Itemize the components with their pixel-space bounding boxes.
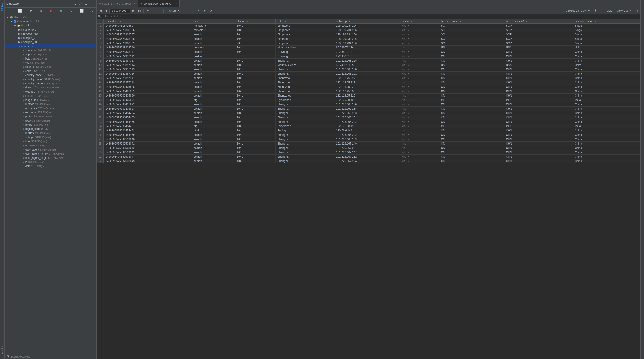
- tree-item-col-referer[interactable]: ≡ referer STRING(max): [4, 123, 96, 127]
- data-cell: 1041: [235, 28, 276, 32]
- toolbar-refresh-btn[interactable]: ↻: [145, 8, 150, 13]
- vertical-tab-favorites[interactable]: Favorites: [0, 344, 4, 357]
- sidebar-filter-btn[interactable]: ▽: [90, 8, 94, 13]
- tree-item-col-region_code[interactable]: ≡ region_code BIGINT(19): [4, 127, 96, 131]
- toolbar-next-btn[interactable]: ▶: [131, 8, 136, 13]
- data-cell: 1480895575528308737: [104, 32, 192, 37]
- tree-item-col-country_name[interactable]: ≡ country_name STRING(max): [4, 81, 96, 86]
- col-header-t_city[interactable]: t.city ▼: [276, 19, 334, 24]
- toolbar-remove-btn[interactable]: －: [157, 8, 162, 13]
- sidebar-sort-btn[interactable]: ⇅: [38, 8, 43, 13]
- toolbar-first-btn[interactable]: |◀: [98, 8, 102, 13]
- col-header-t_country_code3[interactable]: t.country_code3 ▼: [504, 19, 573, 24]
- toolbar-add-btn[interactable]: ＋: [151, 8, 156, 13]
- tree-item-col-device_family[interactable]: ≡ device_family STRING(max): [4, 86, 96, 90]
- data-cell: SG: [439, 41, 504, 46]
- tree-item-col-os_major[interactable]: ≡ os_major STRING(max): [4, 110, 96, 114]
- tree-item-col-user_agent_major[interactable]: ≡ user_agent_major STRING(max): [4, 156, 96, 160]
- tree-item-col-country_code[interactable]: ≡ country_code STRING(max): [4, 73, 96, 77]
- data-cell: CN: [439, 67, 504, 72]
- tree-item-col-subapp[interactable]: ≡ subapp STRING(max): [4, 135, 96, 139]
- col-header-t_bytes[interactable]: t.bytes ▼: [235, 19, 276, 24]
- sidebar-edit-btn[interactable]: ✎: [68, 8, 73, 13]
- col-header-t_country_name[interactable]: t.country_name ▼: [573, 19, 640, 24]
- view-query-button[interactable]: View Query: [614, 8, 634, 13]
- data-cell: 182.118.25.230: [334, 89, 400, 94]
- col-header-row[interactable]: [97, 19, 104, 24]
- sidebar-sync-btn[interactable]: ⇄: [78, 2, 83, 6]
- sidebar-add-btn[interactable]: ＋: [6, 8, 12, 13]
- data-cell: 128.199.234.236: [334, 24, 400, 28]
- tree-item-col-time[interactable]: ≡ time STRING(max): [4, 139, 96, 144]
- table-icon: ⊞: [20, 28, 22, 31]
- col-header-t_version[interactable]: t._version_ ▼: [104, 19, 192, 24]
- toolbar-stop-btn[interactable]: ■: [202, 8, 207, 13]
- tree-item-table-sample_07[interactable]: ▶ ⊞ sample_07: [4, 36, 96, 40]
- toolbar-prev-btn[interactable]: ◀: [104, 8, 108, 13]
- toolbar-transfer-btn[interactable]: ⇄: [208, 8, 213, 13]
- ddl-button[interactable]: DDL: [605, 9, 613, 13]
- tree-item-default[interactable]: ▼ 📁 default: [4, 24, 96, 28]
- tree-item-col-os_family[interactable]: ≡ os_family STRING(max): [4, 106, 96, 110]
- sidebar-refresh-btn[interactable]: ↻: [28, 8, 33, 13]
- sidebar-collapse-btn[interactable]: —: [90, 2, 94, 6]
- tree-item-col-user_agent[interactable]: ≡ user_agent STRING(max): [4, 148, 96, 152]
- tree-item-col-code[interactable]: ≡ code TINYINT(3): [4, 69, 96, 73]
- tree-item-col-longitude[interactable]: ≡ longitude FLOAT(7,7): [4, 98, 96, 102]
- table-label: hiveout_test: [23, 32, 38, 36]
- col-header-t_client_ip[interactable]: t.client_ip ▼: [334, 19, 400, 24]
- tab-sample07[interactable]: ⊞ default.sample_07 [Hive] ✕: [96, 0, 138, 7]
- col-header-t_app[interactable]: t.app ▼: [192, 19, 235, 24]
- row-number: 8: [97, 54, 104, 58]
- tree-item-col-protocol[interactable]: ≡ protocol STRING(max): [4, 114, 96, 118]
- toolbar-apply-btn[interactable]: ✓: [184, 8, 190, 13]
- null-cell: <null>: [400, 128, 439, 133]
- tree-item-col-country_code3[interactable]: ≡ country_code3 STRING(max): [4, 77, 96, 81]
- tree-item-col-date[interactable]: ≡ date STRING(max): [4, 164, 96, 168]
- tree-item-hive[interactable]: ▼ 🐝 Hive 1 of 3: [4, 15, 96, 19]
- tab-close-weblogs[interactable]: ✕: [175, 2, 177, 5]
- tree-item-col-id[interactable]: ≡ id STRING(max): [4, 160, 96, 164]
- sidebar-copy-btn[interactable]: ⬜: [17, 8, 23, 13]
- data-cell: Guiyang: [276, 50, 334, 54]
- tree-item-col-latitude[interactable]: ≡ latitude FLOAT(7,7): [4, 94, 96, 98]
- sidebar-globe-btn[interactable]: ⊕: [73, 2, 77, 6]
- tree-item-table-sample_08[interactable]: ▶ ⊞ sample_08: [4, 40, 96, 44]
- tree-item-col-request[interactable]: ≡ request STRING(max): [4, 131, 96, 135]
- tree-item-col-user_agent_family[interactable]: ≡ user_agent_family STRING(max): [4, 152, 96, 156]
- tree-item-col-app[interactable]: ≡ app STRING(max): [4, 52, 96, 56]
- sidebar-stop-btn[interactable]: ■: [49, 8, 53, 13]
- tree-item-table-web_logs[interactable]: ▼ ⊞ web_logs: [4, 44, 96, 48]
- tree-item-col-record[interactable]: ≡ record STRING(max): [4, 118, 96, 123]
- csv-dropdown[interactable]: Comma-...d (CSV) ▼: [564, 9, 592, 13]
- tree-item-col-_version_[interactable]: ≡ _version_ BIGINT(19): [4, 48, 96, 52]
- toolbar-last-btn[interactable]: ▶|: [137, 8, 142, 13]
- vertical-tab-database[interactable]: Database: [0, 0, 4, 14]
- tab-weblogs[interactable]: ⊞ default.web_logs [Hive] ✕: [138, 0, 180, 7]
- toolbar-columns-btn[interactable]: ≡: [599, 8, 604, 13]
- tree-item-table-customers[interactable]: ▶ ⊞ customers: [4, 28, 96, 32]
- sidebar-settings-btn[interactable]: ⚙: [84, 2, 88, 6]
- tree-item-col-city[interactable]: ≡ city STRING(max): [4, 61, 96, 65]
- sidebar-table-btn[interactable]: ⊞: [58, 8, 63, 13]
- tree-item-col-extension[interactable]: ≡ extension STRING(max): [4, 90, 96, 94]
- data-grid-container[interactable]: t._version_ ▼t.app ▼t.bytes ▼t.city ▼t.c…: [96, 19, 640, 359]
- tree-item-col-client_ip[interactable]: ≡ client_ip STRING(max): [4, 65, 96, 69]
- tab-close-sample07[interactable]: ✕: [134, 2, 136, 5]
- filter-bar: 🔍: [96, 14, 640, 19]
- toolbar-rollback-btn[interactable]: ✓: [190, 8, 195, 13]
- tree-item-col-method[interactable]: ≡ method STRING(max): [4, 102, 96, 106]
- toolbar-undo-btn[interactable]: ↶: [196, 8, 201, 13]
- tree-item-unnamed[interactable]: ▼ 🗄 <unnamed> 1 of 3: [4, 19, 96, 24]
- tree-item-col-url[interactable]: ≡ url STRING(max): [4, 144, 96, 148]
- data-cell: China: [573, 142, 640, 146]
- tree-item-table-hiveout_test[interactable]: ▶ ⊞ hiveout_test: [4, 32, 96, 36]
- col-header-t_code[interactable]: t.code ▼: [400, 19, 439, 24]
- sidebar-image-btn[interactable]: ⬜: [79, 8, 84, 13]
- col-header-t_country_code[interactable]: t.country_code ▼: [439, 19, 504, 24]
- tx-select[interactable]: Tx: Auto: [165, 8, 181, 13]
- filter-input[interactable]: [103, 15, 639, 18]
- tree-item-col-bytes[interactable]: ≡ bytes SMALLINT(5): [4, 56, 96, 61]
- toolbar-download-btn[interactable]: ⬇: [593, 8, 598, 13]
- toolbar-settings-btn[interactable]: ⚙: [634, 8, 640, 13]
